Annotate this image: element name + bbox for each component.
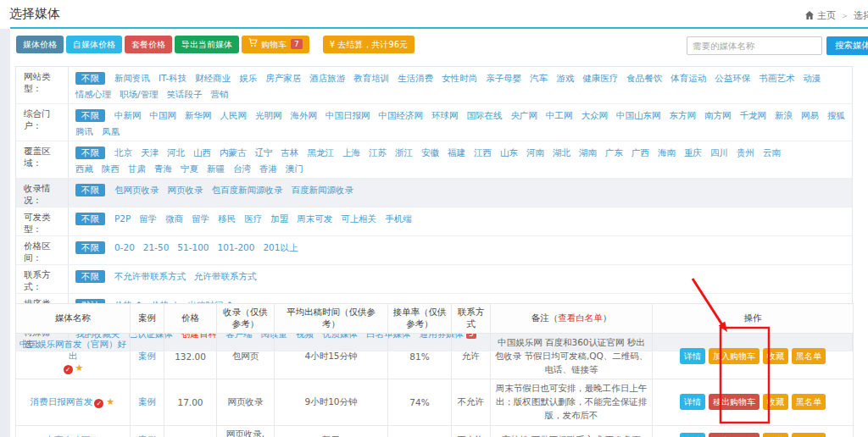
filter-option[interactable]: 女性时尚 bbox=[442, 73, 477, 83]
filter-option[interactable]: 公益环保 bbox=[715, 73, 750, 83]
filter-chip-selected[interactable]: 不限 bbox=[75, 184, 105, 196]
filter-option[interactable]: 台湾 bbox=[233, 163, 251, 174]
filter-option[interactable]: 中国网 bbox=[150, 110, 177, 120]
filter-option[interactable]: 中国经济网 bbox=[379, 110, 424, 120]
filter-option[interactable]: 西藏 bbox=[75, 163, 93, 174]
filter-option[interactable]: 大众网 bbox=[581, 110, 609, 120]
filter-option[interactable]: 中新网 bbox=[114, 110, 142, 120]
search-input[interactable] bbox=[687, 36, 822, 55]
cart-button[interactable]: 购物车7 bbox=[242, 36, 309, 53]
filter-option[interactable]: 娱乐 bbox=[239, 73, 257, 83]
filter-option[interactable]: P2P bbox=[114, 213, 131, 224]
filter-option[interactable]: 教育培训 bbox=[353, 73, 389, 83]
filter-option[interactable]: 光明网 bbox=[255, 110, 282, 120]
search-media-button[interactable]: 搜索媒体 bbox=[826, 36, 868, 55]
filter-option[interactable]: 山西 bbox=[193, 147, 211, 158]
detail-button[interactable]: 详情 bbox=[680, 394, 705, 410]
filter-option[interactable]: 天津 bbox=[141, 147, 159, 158]
breadcrumb-home[interactable]: 主页 bbox=[817, 10, 836, 21]
filter-option[interactable]: 动漫 bbox=[803, 73, 821, 83]
filter-option[interactable]: 笑话段子 bbox=[167, 89, 203, 99]
remove-from-cart-button[interactable]: 移出购物车 bbox=[709, 433, 760, 437]
filter-option[interactable]: 广东 bbox=[605, 147, 623, 158]
favorite-button[interactable]: 收藏 bbox=[763, 348, 788, 364]
filter-option[interactable]: 辽宁 bbox=[255, 147, 273, 158]
filter-option[interactable]: 201以上 bbox=[263, 242, 298, 252]
blacklist-button[interactable]: 黑名单 bbox=[792, 433, 826, 437]
self-media-price-button[interactable]: 自媒体价格 bbox=[66, 36, 122, 53]
detail-button[interactable]: 详情 bbox=[680, 433, 705, 437]
filter-option[interactable]: 江苏 bbox=[369, 147, 387, 158]
filter-option[interactable]: 网易 bbox=[801, 110, 819, 120]
filter-option[interactable]: 浙江 bbox=[395, 147, 413, 158]
filter-option[interactable]: 0-20 bbox=[114, 242, 135, 252]
filter-option[interactable]: 留学 bbox=[192, 213, 209, 224]
package-price-button[interactable]: 套餐价格 bbox=[125, 36, 172, 53]
filter-chip-selected[interactable]: 不限 bbox=[75, 213, 105, 225]
filter-option[interactable]: 加盟 bbox=[270, 213, 288, 224]
filter-option[interactable]: 微商 bbox=[165, 213, 183, 224]
filter-option[interactable]: 广西 bbox=[632, 147, 649, 158]
filter-option[interactable]: 香港 bbox=[259, 163, 277, 174]
filter-option[interactable]: 财经商业 bbox=[195, 73, 231, 83]
filter-option[interactable]: 中工网 bbox=[546, 110, 573, 120]
filter-option[interactable]: 凤凰 bbox=[102, 126, 120, 136]
filter-option[interactable]: 游戏 bbox=[556, 73, 574, 83]
filter-option[interactable]: 包网页收录 bbox=[114, 185, 159, 195]
filter-option[interactable]: 允许带联系方式 bbox=[194, 271, 257, 281]
filter-option[interactable]: 新闻资讯 bbox=[114, 73, 150, 83]
filter-option[interactable]: 不允许带联系方式 bbox=[114, 271, 186, 281]
filter-option[interactable]: 房产家居 bbox=[265, 73, 301, 83]
filter-option[interactable]: 21-50 bbox=[143, 242, 170, 252]
filter-chip-selected[interactable]: 不限 bbox=[75, 270, 105, 283]
filter-option[interactable]: 留学 bbox=[139, 213, 157, 224]
filter-option[interactable]: 包百度新闻源收录 bbox=[212, 185, 283, 195]
media-name-link[interactable]: 消费日报网首发 bbox=[31, 396, 93, 407]
filter-option[interactable]: 百度新闻源收录 bbox=[292, 185, 354, 195]
filter-option[interactable]: 海外网 bbox=[291, 110, 318, 120]
favorite-button[interactable]: 收藏 bbox=[763, 433, 788, 437]
filter-option[interactable]: 国际在线 bbox=[467, 110, 503, 120]
filter-option[interactable]: 体育运动 bbox=[670, 73, 706, 83]
filter-option[interactable]: 新华网 bbox=[185, 110, 212, 120]
filter-option[interactable]: 101-200 bbox=[218, 242, 255, 252]
add-to-cart-button[interactable]: 加入购物车 bbox=[709, 348, 760, 364]
filter-option[interactable]: 环球网 bbox=[431, 110, 459, 120]
filter-option[interactable]: 新疆 bbox=[207, 163, 225, 174]
filter-option[interactable]: 东方网 bbox=[670, 110, 697, 120]
filter-option[interactable]: 内蒙古 bbox=[220, 147, 247, 158]
filter-option[interactable]: 生活消费 bbox=[398, 73, 433, 83]
filter-option[interactable]: 中国日报网 bbox=[326, 110, 370, 120]
filter-option[interactable]: 食品餐饮 bbox=[626, 73, 662, 83]
filter-option[interactable]: 汽车 bbox=[530, 73, 548, 83]
filter-option[interactable]: 营销 bbox=[211, 89, 229, 99]
filter-option[interactable]: 中国山东网 bbox=[616, 110, 661, 120]
filter-option[interactable]: 宁夏 bbox=[181, 163, 198, 174]
filter-option[interactable]: 福建 bbox=[448, 147, 465, 158]
filter-option[interactable]: 海南 bbox=[658, 147, 676, 158]
media-name-link[interactable]: 中国娱乐网首发（官网）好出 bbox=[19, 339, 126, 361]
filter-option[interactable]: 北京 bbox=[114, 147, 132, 158]
filter-option[interactable]: 江西 bbox=[474, 147, 492, 158]
filter-option[interactable]: 重庆 bbox=[684, 147, 702, 158]
filter-option[interactable]: 甘肃 bbox=[128, 163, 146, 174]
filter-option[interactable]: 央广网 bbox=[511, 110, 538, 120]
filter-option[interactable]: 可上相关 bbox=[341, 213, 376, 224]
filter-option[interactable]: 贵州 bbox=[737, 147, 754, 158]
filter-option[interactable]: 黑龙江 bbox=[308, 147, 335, 158]
filter-option[interactable]: 周末可发 bbox=[297, 213, 332, 224]
filter-option[interactable]: 医疗 bbox=[244, 213, 262, 224]
checkout-button[interactable]: ¥ 去结算，共计96元 bbox=[323, 36, 415, 53]
filter-option[interactable]: 澳门 bbox=[286, 163, 303, 174]
case-link[interactable]: 案例 bbox=[138, 351, 156, 361]
filter-chip-selected[interactable]: 不限 bbox=[75, 241, 105, 254]
filter-option[interactable]: 腾讯 bbox=[75, 126, 93, 136]
media-price-button[interactable]: 媒体价格 bbox=[16, 36, 64, 53]
case-link[interactable]: 案例 bbox=[138, 396, 156, 407]
filter-chip-selected[interactable]: 不限 bbox=[75, 109, 105, 122]
filter-option[interactable]: 新浪 bbox=[775, 110, 793, 120]
filter-option[interactable]: 书画艺术 bbox=[759, 73, 794, 83]
export-current-media-button[interactable]: 导出当前媒体 bbox=[175, 36, 239, 53]
blacklist-button[interactable]: 黑名单 bbox=[792, 348, 826, 364]
detail-button[interactable]: 详情 bbox=[680, 348, 705, 364]
